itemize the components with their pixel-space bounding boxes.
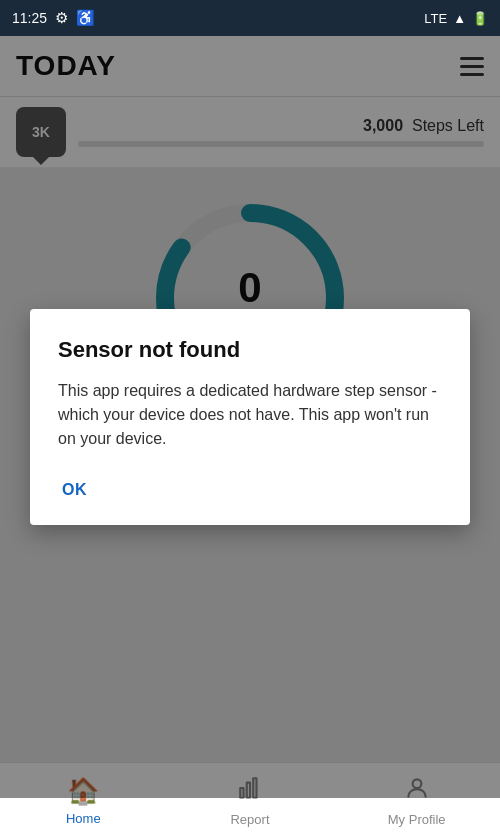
time-display: 11:25: [12, 10, 47, 26]
ok-button[interactable]: OK: [58, 473, 91, 507]
modal-overlay: Sensor not found This app requires a ded…: [0, 36, 500, 798]
signal-strength-icon: ▲: [453, 11, 466, 26]
status-bar: 11:25 ⚙ ♿ LTE ▲ 🔋: [0, 0, 500, 36]
nav-label-profile: My Profile: [388, 812, 446, 827]
lte-label: LTE: [424, 11, 447, 26]
settings-icon: ⚙: [55, 9, 68, 27]
status-bar-right: LTE ▲ 🔋: [424, 11, 488, 26]
nav-label-report: Report: [230, 812, 269, 827]
nav-label-home: Home: [66, 811, 101, 826]
dialog-title: Sensor not found: [58, 337, 442, 363]
dialog-message: This app requires a dedicated hardware s…: [58, 379, 442, 451]
sensor-not-found-dialog: Sensor not found This app requires a ded…: [30, 309, 470, 525]
battery-icon: 🔋: [472, 11, 488, 26]
status-bar-left: 11:25 ⚙ ♿: [12, 9, 95, 27]
app-content: TODAY 3K 3,000 Steps Left: [0, 36, 500, 798]
accessibility-icon: ♿: [76, 9, 95, 27]
dialog-actions: OK: [58, 473, 442, 507]
